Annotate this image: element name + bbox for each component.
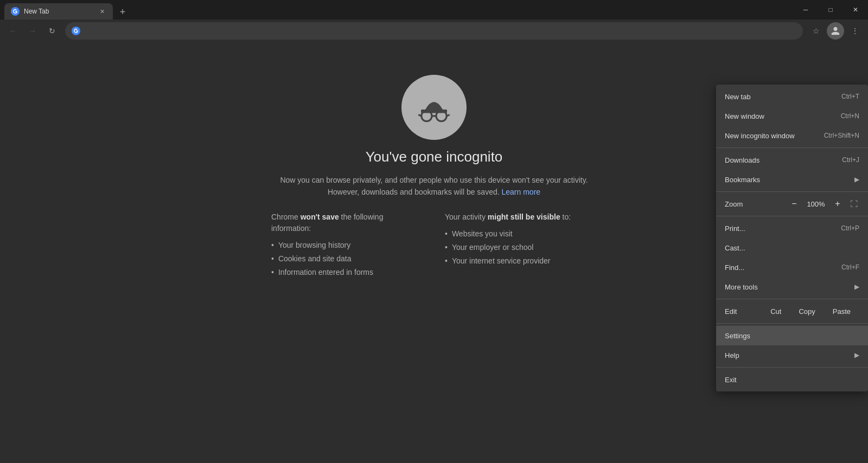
edit-buttons: Cut Copy Paste [762,305,859,318]
learn-more-link[interactable]: Learn more [502,188,541,196]
maximize-button[interactable]: □ [818,0,843,20]
forward-icon: → [29,27,36,35]
window-controls: ─ □ ✕ [793,0,868,20]
close-button[interactable]: ✕ [843,0,868,20]
menu-item-new-tab[interactable]: New tab Ctrl+T [716,87,868,106]
wont-save-heading: Chrome won't save the following informat… [271,211,423,234]
menu-separator-4 [716,299,868,299]
zoom-value: 100% [805,200,827,208]
zoom-out-button[interactable]: − [788,197,801,210]
incognito-illustration [412,86,456,129]
menu-item-new-window[interactable]: New window Ctrl+N [716,106,868,126]
incognito-icon-circle [401,75,467,140]
title-bar: New Tab ✕ + ─ □ ✕ [0,0,868,20]
forward-button[interactable]: → [24,22,41,40]
menu-print-label: Print... [725,224,841,233]
menu-find-label: Find... [725,263,841,272]
edit-row: Edit Cut Copy Paste [716,301,868,321]
wont-save-item-3: Information entered in forms [271,266,423,279]
incognito-profile-icon [831,26,840,36]
menu-cast-label: Cast... [725,244,859,252]
zoom-label: Zoom [725,200,788,208]
menu-bookmarks-arrow: ▶ [854,176,859,183]
menu-item-print[interactable]: Print... Ctrl+P [716,218,868,238]
menu-dots-icon: ⋮ [851,27,859,35]
menu-new-tab-label: New tab [725,93,841,101]
info-columns: Chrome won't save the following informat… [271,211,597,279]
menu-new-incognito-label: New incognito window [725,132,824,140]
paste-button[interactable]: Paste [824,305,859,318]
back-button[interactable]: ← [4,22,22,40]
wont-save-item-2: Cookies and site data [271,252,423,266]
svg-line-6 [418,115,422,116]
still-visible-column: Your activity might still be visible to:… [445,211,597,279]
tab-close-button[interactable]: ✕ [98,7,106,16]
menu-separator-3 [716,216,868,216]
still-visible-list: Websites you visit Your employer or scho… [445,227,597,268]
menu-item-downloads[interactable]: Downloads Ctrl+J [716,150,868,170]
address-bar[interactable] [65,22,803,40]
cut-button[interactable]: Cut [762,305,790,318]
copy-button[interactable]: Copy [790,305,824,318]
menu-item-cast[interactable]: Cast... [716,238,868,258]
menu-item-settings[interactable]: Settings [716,326,868,345]
bookmark-star-button[interactable]: ☆ [807,22,825,40]
menu-help-arrow: ▶ [854,351,859,359]
back-icon: ← [9,27,17,35]
incognito-content: You've gone incognito Now you can browse… [271,75,597,279]
menu-item-exit[interactable]: Exit [716,370,868,389]
menu-item-find[interactable]: Find... Ctrl+F [716,258,868,277]
menu-new-incognito-shortcut: Ctrl+Shift+N [824,132,859,139]
incognito-description: Now you can browse privately, and other … [271,174,597,198]
new-tab-button[interactable]: + [115,4,130,20]
menu-separator-2 [716,191,868,192]
main-content: You've gone incognito Now you can browse… [0,42,868,463]
reload-button[interactable]: ↻ [43,22,61,40]
wont-save-bold: won't save [301,213,339,221]
toolbar: ← → ↻ ☆ ⋮ [0,20,868,42]
tab-title: New Tab [24,8,93,15]
minimize-button[interactable]: ─ [793,0,818,20]
menu-separator-5 [716,323,868,324]
menu-separator-1 [716,147,868,148]
tab-favicon [11,7,20,16]
menu-more-tools-arrow: ▶ [854,283,859,291]
zoom-row: Zoom − 100% + ⛶ [716,194,868,214]
still-visible-item-1: Websites you visit [445,227,597,241]
menu-downloads-label: Downloads [725,156,842,164]
wont-save-column: Chrome won't save the following informat… [271,211,423,279]
menu-downloads-shortcut: Ctrl+J [842,156,859,164]
menu-more-tools-label: More tools [725,283,854,291]
menu-item-bookmarks[interactable]: Bookmarks ▶ [716,170,868,189]
still-visible-bold: might still be visible [488,213,560,221]
menu-print-shortcut: Ctrl+P [841,224,859,232]
svg-line-7 [446,115,450,116]
menu-item-help[interactable]: Help ▶ [716,345,868,365]
menu-bookmarks-label: Bookmarks [725,176,854,184]
chrome-menu-button[interactable]: ⋮ [846,22,864,40]
menu-exit-label: Exit [725,376,859,384]
menu-find-shortcut: Ctrl+F [841,263,859,271]
google-favicon [72,27,80,35]
zoom-in-button[interactable]: + [831,197,844,210]
still-visible-item-2: Your employer or school [445,241,597,254]
menu-new-tab-shortcut: Ctrl+T [841,93,859,100]
still-visible-heading: Your activity might still be visible to: [445,211,597,223]
still-visible-item-3: Your internet service provider [445,254,597,268]
chrome-dropdown-menu: New tab Ctrl+T New window Ctrl+N New inc… [716,85,868,391]
active-tab[interactable]: New Tab ✕ [4,3,113,20]
menu-separator-6 [716,367,868,368]
menu-item-more-tools[interactable]: More tools ▶ [716,277,868,297]
profile-button[interactable] [827,22,844,40]
incognito-desc-text: Now you can browse privately, and other … [280,176,588,196]
zoom-fullscreen-button[interactable]: ⛶ [848,198,859,209]
reload-icon: ↻ [49,27,55,35]
menu-new-window-shortcut: Ctrl+N [841,112,859,120]
zoom-controls: − 100% + ⛶ [788,197,859,210]
edit-label: Edit [725,307,737,316]
star-icon: ☆ [813,27,820,35]
menu-settings-label: Settings [725,332,859,340]
menu-item-new-incognito[interactable]: New incognito window Ctrl+Shift+N [716,126,868,145]
wont-save-list: Your browsing history Cookies and site d… [271,239,423,279]
menu-help-label: Help [725,351,854,359]
